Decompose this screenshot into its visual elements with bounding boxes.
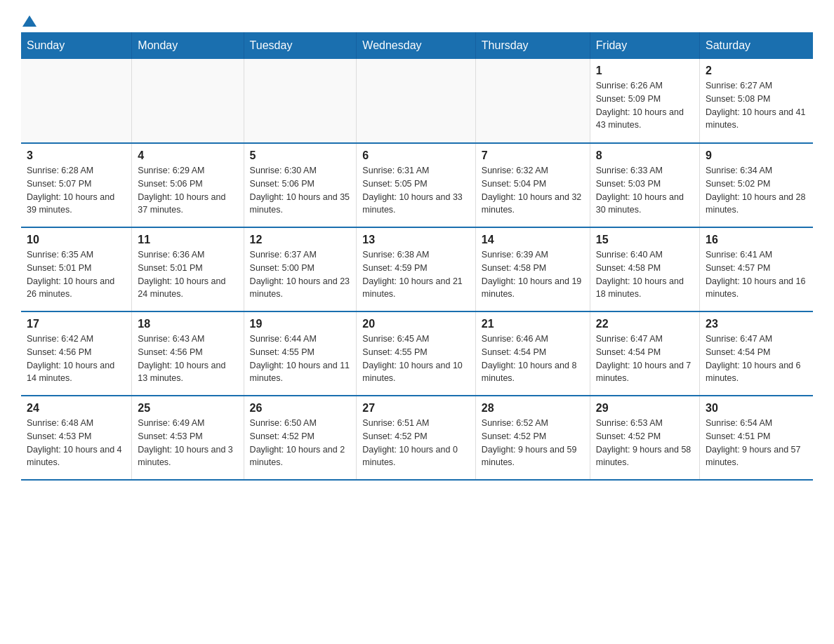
column-header-wednesday: Wednesday [357,32,475,59]
calendar-cell: 20Sunrise: 6:45 AMSunset: 4:55 PMDayligh… [357,311,475,396]
day-number: 29 [596,402,694,415]
calendar-cell: 10Sunrise: 6:35 AMSunset: 5:01 PMDayligh… [21,227,132,311]
calendar-cell: 29Sunrise: 6:53 AMSunset: 4:52 PMDayligh… [590,396,699,480]
logo-triangle-icon [22,14,37,28]
calendar-cell: 21Sunrise: 6:46 AMSunset: 4:54 PMDayligh… [475,311,590,396]
day-info: Sunrise: 6:40 AMSunset: 4:58 PMDaylight:… [596,248,694,301]
day-info: Sunrise: 6:51 AMSunset: 4:52 PMDaylight:… [362,417,469,469]
calendar-cell: 28Sunrise: 6:52 AMSunset: 4:52 PMDayligh… [475,396,590,480]
calendar-week-row: 1Sunrise: 6:26 AMSunset: 5:09 PMDaylight… [21,59,813,143]
calendar-cell: 12Sunrise: 6:37 AMSunset: 5:00 PMDayligh… [244,227,357,311]
page-header [21,14,813,25]
day-info: Sunrise: 6:41 AMSunset: 4:57 PMDaylight:… [706,248,807,301]
day-info: Sunrise: 6:36 AMSunset: 5:01 PMDaylight:… [138,248,237,301]
day-info: Sunrise: 6:28 AMSunset: 5:07 PMDaylight:… [27,164,126,217]
calendar-cell: 1Sunrise: 6:26 AMSunset: 5:09 PMDaylight… [590,59,699,143]
day-info: Sunrise: 6:26 AMSunset: 5:09 PMDaylight:… [596,79,694,132]
day-info: Sunrise: 6:47 AMSunset: 4:54 PMDaylight:… [596,333,694,385]
calendar-cell: 7Sunrise: 6:32 AMSunset: 5:04 PMDaylight… [475,143,590,227]
column-header-saturday: Saturday [699,32,813,59]
calendar-cell: 30Sunrise: 6:54 AMSunset: 4:51 PMDayligh… [699,396,813,480]
calendar-cell: 24Sunrise: 6:48 AMSunset: 4:53 PMDayligh… [21,396,132,480]
calendar-cell: 6Sunrise: 6:31 AMSunset: 5:05 PMDaylight… [357,143,475,227]
day-number: 14 [482,234,584,246]
day-info: Sunrise: 6:53 AMSunset: 4:52 PMDaylight:… [596,417,694,469]
day-info: Sunrise: 6:31 AMSunset: 5:05 PMDaylight:… [362,164,469,217]
day-number: 24 [27,402,126,415]
day-info: Sunrise: 6:38 AMSunset: 4:59 PMDaylight:… [362,248,469,301]
calendar-cell: 5Sunrise: 6:30 AMSunset: 5:06 PMDaylight… [244,143,357,227]
day-number: 13 [362,234,469,246]
column-header-monday: Monday [132,32,244,59]
calendar-cell: 11Sunrise: 6:36 AMSunset: 5:01 PMDayligh… [132,227,244,311]
day-number: 12 [250,234,351,246]
day-info: Sunrise: 6:37 AMSunset: 5:00 PMDaylight:… [250,248,351,301]
day-number: 15 [596,234,694,246]
calendar-cell: 14Sunrise: 6:39 AMSunset: 4:58 PMDayligh… [475,227,590,311]
calendar-week-row: 17Sunrise: 6:42 AMSunset: 4:56 PMDayligh… [21,311,813,396]
day-number: 18 [138,318,237,330]
logo [21,14,37,25]
calendar-cell: 25Sunrise: 6:49 AMSunset: 4:53 PMDayligh… [132,396,244,480]
calendar-week-row: 3Sunrise: 6:28 AMSunset: 5:07 PMDaylight… [21,143,813,227]
day-info: Sunrise: 6:46 AMSunset: 4:54 PMDaylight:… [482,333,584,385]
calendar-cell [357,59,475,143]
calendar-cell: 23Sunrise: 6:47 AMSunset: 4:54 PMDayligh… [699,311,813,396]
day-number: 23 [706,318,807,330]
day-info: Sunrise: 6:54 AMSunset: 4:51 PMDaylight:… [706,417,807,469]
day-info: Sunrise: 6:44 AMSunset: 4:55 PMDaylight:… [250,333,351,385]
column-header-sunday: Sunday [21,32,132,59]
calendar-cell: 2Sunrise: 6:27 AMSunset: 5:08 PMDaylight… [699,59,813,143]
day-info: Sunrise: 6:49 AMSunset: 4:53 PMDaylight:… [138,417,237,469]
day-info: Sunrise: 6:30 AMSunset: 5:06 PMDaylight:… [250,164,351,217]
column-header-tuesday: Tuesday [244,32,357,59]
day-info: Sunrise: 6:35 AMSunset: 5:01 PMDaylight:… [27,248,126,301]
day-info: Sunrise: 6:43 AMSunset: 4:56 PMDaylight:… [138,333,237,385]
day-number: 28 [482,402,584,415]
day-info: Sunrise: 6:29 AMSunset: 5:06 PMDaylight:… [138,164,237,217]
calendar-cell: 15Sunrise: 6:40 AMSunset: 4:58 PMDayligh… [590,227,699,311]
calendar-cell: 18Sunrise: 6:43 AMSunset: 4:56 PMDayligh… [132,311,244,396]
calendar-cell: 22Sunrise: 6:47 AMSunset: 4:54 PMDayligh… [590,311,699,396]
column-header-friday: Friday [590,32,699,59]
calendar-cell: 8Sunrise: 6:33 AMSunset: 5:03 PMDaylight… [590,143,699,227]
calendar-cell: 4Sunrise: 6:29 AMSunset: 5:06 PMDaylight… [132,143,244,227]
day-info: Sunrise: 6:27 AMSunset: 5:08 PMDaylight:… [706,79,807,132]
calendar-week-row: 24Sunrise: 6:48 AMSunset: 4:53 PMDayligh… [21,396,813,480]
day-info: Sunrise: 6:50 AMSunset: 4:52 PMDaylight:… [250,417,351,469]
calendar-cell: 19Sunrise: 6:44 AMSunset: 4:55 PMDayligh… [244,311,357,396]
calendar-cell [475,59,590,143]
day-info: Sunrise: 6:33 AMSunset: 5:03 PMDaylight:… [596,164,694,217]
day-number: 4 [138,149,237,162]
day-info: Sunrise: 6:32 AMSunset: 5:04 PMDaylight:… [482,164,584,217]
calendar-cell: 9Sunrise: 6:34 AMSunset: 5:02 PMDaylight… [699,143,813,227]
day-number: 8 [596,149,694,162]
calendar-cell [132,59,244,143]
day-number: 19 [250,318,351,330]
day-number: 22 [596,318,694,330]
day-number: 6 [362,149,469,162]
calendar-cell: 26Sunrise: 6:50 AMSunset: 4:52 PMDayligh… [244,396,357,480]
day-number: 3 [27,149,126,162]
calendar-table: SundayMondayTuesdayWednesdayThursdayFrid… [21,32,813,481]
day-info: Sunrise: 6:39 AMSunset: 4:58 PMDaylight:… [482,248,584,301]
calendar-cell: 27Sunrise: 6:51 AMSunset: 4:52 PMDayligh… [357,396,475,480]
day-number: 7 [482,149,584,162]
day-number: 27 [362,402,469,415]
day-number: 9 [706,149,807,162]
day-number: 5 [250,149,351,162]
calendar-week-row: 10Sunrise: 6:35 AMSunset: 5:01 PMDayligh… [21,227,813,311]
svg-marker-0 [22,15,37,27]
calendar-cell: 13Sunrise: 6:38 AMSunset: 4:59 PMDayligh… [357,227,475,311]
calendar-cell: 3Sunrise: 6:28 AMSunset: 5:07 PMDaylight… [21,143,132,227]
day-info: Sunrise: 6:34 AMSunset: 5:02 PMDaylight:… [706,164,807,217]
calendar-cell: 17Sunrise: 6:42 AMSunset: 4:56 PMDayligh… [21,311,132,396]
calendar-header-row: SundayMondayTuesdayWednesdayThursdayFrid… [21,32,813,59]
calendar-cell [21,59,132,143]
calendar-cell: 16Sunrise: 6:41 AMSunset: 4:57 PMDayligh… [699,227,813,311]
day-number: 11 [138,234,237,246]
day-number: 26 [250,402,351,415]
calendar-cell [244,59,357,143]
day-number: 21 [482,318,584,330]
day-number: 1 [596,65,694,77]
